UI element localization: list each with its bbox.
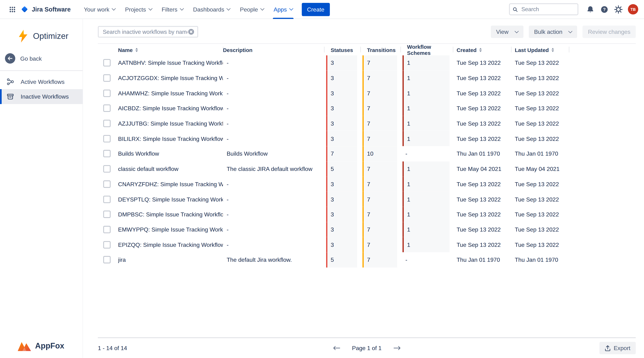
export-button[interactable]: Export <box>599 342 636 354</box>
row-statuses: 3 <box>326 116 357 131</box>
row-name[interactable]: DMPBSC: Simple Issue Tracking Workflow <box>118 207 223 222</box>
row-created: Tue Sep 13 2022 <box>453 101 511 116</box>
help-button[interactable]: ? <box>598 3 610 16</box>
chevron-down-icon <box>514 29 518 33</box>
nav-people[interactable]: People <box>235 0 268 19</box>
row-schemes: 1 <box>402 207 450 222</box>
create-button[interactable]: Create <box>302 3 330 16</box>
row-checkbox[interactable] <box>103 120 111 127</box>
go-back-button[interactable]: Go back <box>0 51 82 70</box>
bulk-action-button[interactable]: Bulk action <box>529 26 577 38</box>
column-transitions[interactable]: Transitions <box>360 44 400 56</box>
row-statuses: 3 <box>326 222 357 237</box>
sidebar-item-inactive-workflows[interactable]: Inactive Workflows <box>0 89 82 104</box>
appfox-brand: AppFox <box>0 340 82 358</box>
table-row: AICBDZ: Simple Issue Tracking Workflow -… <box>98 101 636 116</box>
row-checkbox[interactable] <box>103 241 111 248</box>
nav-dashboards[interactable]: Dashboards <box>188 0 235 19</box>
row-checkbox[interactable] <box>103 165 111 172</box>
row-name[interactable]: AZJJUTBG: Simple Issue Tracking Workflow <box>118 116 223 131</box>
clear-search-icon[interactable] <box>188 29 194 35</box>
nav-apps[interactable]: Apps <box>268 0 297 19</box>
gear-icon <box>614 5 622 14</box>
row-checkbox[interactable] <box>103 135 111 142</box>
nav-your-work[interactable]: Your work <box>79 0 120 19</box>
nav-filters[interactable]: Filters <box>157 0 188 19</box>
column-checkbox <box>98 44 118 56</box>
sidebar-divider <box>0 70 82 71</box>
global-search[interactable] <box>509 3 578 15</box>
row-statuses: 3 <box>326 176 357 192</box>
view-button[interactable]: View <box>491 26 524 38</box>
column-statuses[interactable]: Statuses <box>324 44 360 56</box>
export-icon <box>604 345 610 351</box>
row-count: 1 - 14 of 14 <box>98 345 127 351</box>
table-row: AHAMWHZ: Simple Issue Tracking Workflow … <box>98 86 636 101</box>
row-name[interactable]: BILILRX: Simple Issue Tracking Workflow <box>118 131 223 146</box>
row-name[interactable]: jira <box>118 252 223 267</box>
row-checkbox[interactable] <box>103 90 111 97</box>
row-name[interactable]: AATNBHV: Simple Issue Tracking Workflow <box>118 56 223 70</box>
sidebar-item-label: Active Workflows <box>21 78 64 85</box>
row-transitions: 7 <box>362 116 397 131</box>
nav-projects[interactable]: Projects <box>120 0 157 19</box>
nav-right: ? TB <box>509 3 638 16</box>
settings-button[interactable] <box>612 3 624 16</box>
row-schemes: 1 <box>402 86 450 101</box>
row-created: Thu Jan 01 1970 <box>453 146 511 161</box>
column-description[interactable]: Description <box>223 44 324 56</box>
row-name[interactable]: classic default workflow <box>118 161 223 176</box>
review-changes-button[interactable]: Review changes <box>583 26 636 38</box>
row-created: Thu Jan 01 1970 <box>453 252 511 267</box>
table-row: EPIZQQ: Simple Issue Tracking Workflow -… <box>98 237 636 252</box>
main-content: View Bulk action Review changes Name Des… <box>83 19 644 358</box>
jira-brand[interactable]: Jira Software <box>21 6 71 13</box>
toolbar: View Bulk action Review changes <box>98 26 636 38</box>
chevron-down-icon <box>226 6 230 10</box>
row-checkbox[interactable] <box>103 74 111 82</box>
column-workflow-schemes[interactable]: Workflow Schemes <box>400 44 453 56</box>
row-name[interactable]: ACJOTZGGDX: Simple Issue Tracking Workfl… <box>118 70 223 86</box>
column-last-updated[interactable]: Last Updated <box>511 44 569 56</box>
table-row: Builds Workflow Builds Workflow 7 10 - T… <box>98 146 636 161</box>
user-avatar[interactable]: TB <box>628 4 638 14</box>
row-name[interactable]: AICBDZ: Simple Issue Tracking Workflow <box>118 101 223 116</box>
next-page-button[interactable] <box>393 345 401 351</box>
row-schemes: - <box>402 146 450 161</box>
row-transitions: 7 <box>362 176 397 192</box>
row-transitions: 7 <box>362 56 397 70</box>
row-name[interactable]: DEYSPTLQ: Simple Issue Tracking Workflow <box>118 192 223 207</box>
row-transitions: 7 <box>362 161 397 176</box>
workflow-search-input[interactable] <box>102 28 188 35</box>
row-name[interactable]: Builds Workflow <box>118 146 223 161</box>
row-checkbox[interactable] <box>103 150 111 158</box>
column-name[interactable]: Name <box>118 44 223 56</box>
row-name[interactable]: AHAMWHZ: Simple Issue Tracking Workflow <box>118 86 223 101</box>
notifications-button[interactable] <box>584 3 596 16</box>
row-checkbox[interactable] <box>103 256 111 263</box>
table-row: AATNBHV: Simple Issue Tracking Workflow … <box>98 56 636 70</box>
row-name[interactable]: EMWYPPQ: Simple Issue Tracking Workflow <box>118 222 223 237</box>
app-switcher-button[interactable] <box>6 3 18 16</box>
chevron-down-icon <box>180 6 184 10</box>
row-description: - <box>223 222 324 237</box>
column-created[interactable]: Created <box>453 44 511 56</box>
row-checkbox[interactable] <box>103 105 111 112</box>
row-name[interactable]: CNARYZFDHZ: Simple Issue Tracking Workfl… <box>118 176 223 192</box>
row-name[interactable]: EPIZQQ: Simple Issue Tracking Workflow <box>118 237 223 252</box>
column-actions <box>569 44 636 56</box>
sidebar-item-active-workflows[interactable]: Active Workflows <box>0 74 82 89</box>
row-checkbox[interactable] <box>103 180 111 188</box>
row-description: - <box>223 237 324 252</box>
row-updated: Tue Sep 13 2022 <box>511 56 569 70</box>
row-checkbox[interactable] <box>103 226 111 233</box>
workflows-table: Name Description Statuses Transitions Wo… <box>98 43 636 337</box>
workflow-search[interactable] <box>98 26 198 38</box>
global-search-input[interactable] <box>520 6 575 13</box>
row-checkbox[interactable] <box>103 59 111 66</box>
row-description: - <box>223 192 324 207</box>
row-checkbox[interactable] <box>103 211 111 218</box>
row-checkbox[interactable] <box>103 196 111 203</box>
row-transitions: 7 <box>362 101 397 116</box>
prev-page-button[interactable] <box>332 345 341 351</box>
